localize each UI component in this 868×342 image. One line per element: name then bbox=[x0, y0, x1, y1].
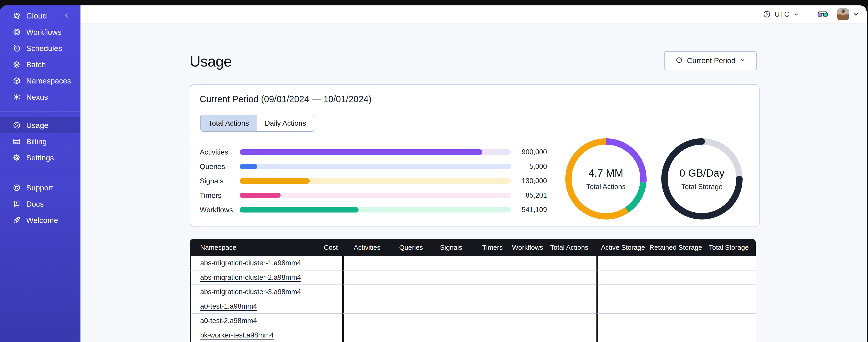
cell-workflows bbox=[503, 271, 543, 285]
stopwatch-icon bbox=[675, 56, 683, 65]
sidebar-item-label: Workflows bbox=[26, 28, 61, 37]
cell-namespace: abs-migration-cluster-2.a98mm4 bbox=[190, 271, 296, 285]
sidebar-item-welcome[interactable]: Welcome bbox=[0, 212, 80, 228]
period-selector-button[interactable]: Current Period bbox=[664, 51, 757, 70]
account-chevron-down-icon[interactable] bbox=[852, 10, 860, 18]
table-row: abs-migration-cluster-3.a98mm4 bbox=[190, 285, 756, 299]
column-header-total_actions: Total Actions bbox=[543, 239, 596, 256]
cell-signals bbox=[423, 256, 462, 271]
column-header-activities: Activities bbox=[342, 239, 380, 256]
donut-value: 4.7 MM bbox=[589, 167, 623, 179]
sidebar-item-billing[interactable]: Billing bbox=[0, 133, 80, 149]
donut-caption: Total Storage bbox=[681, 183, 723, 191]
cell-signals bbox=[423, 328, 462, 342]
cell-cost bbox=[296, 299, 342, 314]
sidebar-item-workflows[interactable]: Workflows bbox=[0, 24, 80, 40]
cell-retained_storage bbox=[645, 314, 702, 328]
cell-workflows bbox=[503, 299, 543, 314]
cell-timers bbox=[462, 271, 503, 285]
page-title: Usage bbox=[190, 53, 232, 70]
schedules-icon bbox=[13, 44, 21, 52]
docs-icon bbox=[13, 200, 21, 208]
sidebar-item-namespaces[interactable]: Namespaces bbox=[0, 73, 80, 89]
column-header-workflows: Workflows bbox=[503, 239, 543, 256]
sidebar-item-support[interactable]: Support bbox=[0, 179, 80, 196]
namespace-link[interactable]: abs-migration-cluster-1.a98mm4 bbox=[200, 259, 301, 267]
sidebar-item-docs[interactable]: Docs bbox=[0, 196, 80, 212]
actions-bar-chart: Activities900,000Queries5,000Signals130,… bbox=[200, 145, 547, 217]
cell-queries bbox=[380, 314, 423, 328]
avatar[interactable] bbox=[837, 8, 849, 20]
cell-signals bbox=[423, 314, 462, 328]
cell-activities bbox=[342, 314, 380, 328]
namespace-link[interactable]: bk-worker-test.a98mm4 bbox=[200, 331, 274, 339]
cell-signals bbox=[423, 271, 462, 285]
namespace-link[interactable]: abs-migration-cluster-3.a98mm4 bbox=[200, 288, 301, 296]
actions-tabs: Total ActionsDaily Actions bbox=[200, 114, 314, 132]
cell-workflows bbox=[503, 328, 543, 342]
usage-table: NamespaceCostActivitiesQueriesSignalsTim… bbox=[190, 239, 756, 342]
bar-fill bbox=[240, 149, 482, 155]
sidebar-item-usage[interactable]: Usage bbox=[0, 117, 80, 133]
cell-retained_storage bbox=[645, 285, 702, 299]
timezone-selector[interactable]: UTC bbox=[763, 10, 800, 19]
billing-icon bbox=[13, 137, 21, 145]
cell-signals bbox=[423, 285, 462, 299]
sidebar-nav-account: UsageBillingSettings bbox=[0, 117, 80, 166]
cell-queries bbox=[380, 285, 423, 299]
app-title: Cloud bbox=[26, 11, 47, 20]
sidebar-item-label: Nexus bbox=[26, 93, 48, 102]
table-row: abs-migration-cluster-1.a98mm4 bbox=[190, 256, 756, 271]
nexus-icon bbox=[13, 93, 21, 101]
namespace-link[interactable]: a0-test-1.a98mm4 bbox=[200, 302, 257, 310]
table-header-row: NamespaceCostActivitiesQueriesSignalsTim… bbox=[190, 239, 756, 256]
namespaces-icon bbox=[13, 77, 21, 85]
column-header-retained_storage: Retained Storage bbox=[645, 239, 702, 256]
cell-queries bbox=[380, 299, 423, 314]
usage-icon bbox=[13, 121, 21, 129]
cell-cost bbox=[296, 271, 342, 285]
bar-row-workflows: Workflows541,109 bbox=[200, 203, 547, 217]
sidebar: Cloud WorkflowsSchedulesBatchNamespacesN… bbox=[0, 5, 81, 342]
column-header-queries: Queries bbox=[380, 239, 423, 256]
sidebar-header: Cloud bbox=[0, 8, 80, 24]
sidebar-item-label: Schedules bbox=[26, 44, 62, 53]
cell-total_actions bbox=[543, 328, 596, 342]
cell-active_storage bbox=[596, 314, 645, 328]
donut-value: 0 GB/Day bbox=[679, 167, 724, 179]
settings-icon bbox=[13, 153, 21, 162]
usage-table-section: NamespaceCostActivitiesQueriesSignalsTim… bbox=[190, 239, 756, 342]
namespace-link[interactable]: a0-test-2.a98mm4 bbox=[200, 317, 257, 324]
sidebar-divider bbox=[0, 111, 80, 111]
cell-retained_storage bbox=[645, 328, 702, 342]
cell-activities bbox=[342, 285, 380, 299]
cell-namespace: a0-test-2.a98mm4 bbox=[190, 314, 296, 328]
cell-activities bbox=[342, 328, 380, 342]
workflows-icon bbox=[13, 28, 21, 36]
tab-total-actions[interactable]: Total Actions bbox=[200, 115, 257, 131]
bar-row-signals: Signals130,000 bbox=[200, 174, 547, 188]
namespace-link[interactable]: abs-migration-cluster-2.a98mm4 bbox=[200, 273, 301, 281]
sidebar-item-batch[interactable]: Batch bbox=[0, 57, 80, 73]
cell-total_actions bbox=[543, 314, 596, 328]
main-area: UTC Usage Current Period Current Period … bbox=[81, 5, 867, 342]
tab-daily-actions[interactable]: Daily Actions bbox=[257, 115, 314, 131]
page-content: Usage Current Period Current Period (09/… bbox=[81, 24, 867, 342]
sidebar-nav-primary: WorkflowsSchedulesBatchNamespacesNexus bbox=[0, 24, 80, 105]
bar-row-activities: Activities900,000 bbox=[200, 145, 547, 159]
bar-label: Activities bbox=[200, 148, 240, 156]
cell-workflows bbox=[503, 256, 543, 271]
bar-fill bbox=[240, 164, 257, 169]
cell-namespace: a0-test-1.a98mm4 bbox=[190, 299, 296, 314]
cell-total_storage bbox=[702, 285, 756, 299]
cell-timers bbox=[462, 328, 503, 342]
sidebar-item-settings[interactable]: Settings bbox=[0, 149, 80, 166]
temporal-logo-icon bbox=[13, 12, 21, 20]
sidebar-item-nexus[interactable]: Nexus bbox=[0, 89, 80, 105]
sidebar-collapse-button[interactable] bbox=[63, 12, 70, 19]
feedback-glasses-button[interactable] bbox=[817, 11, 828, 18]
sidebar-item-schedules[interactable]: Schedules bbox=[0, 40, 80, 57]
column-header-active_storage: Active Storage bbox=[596, 239, 645, 256]
batch-icon bbox=[13, 61, 21, 69]
cell-namespace: bk-worker-test.a98mm4 bbox=[190, 328, 296, 342]
